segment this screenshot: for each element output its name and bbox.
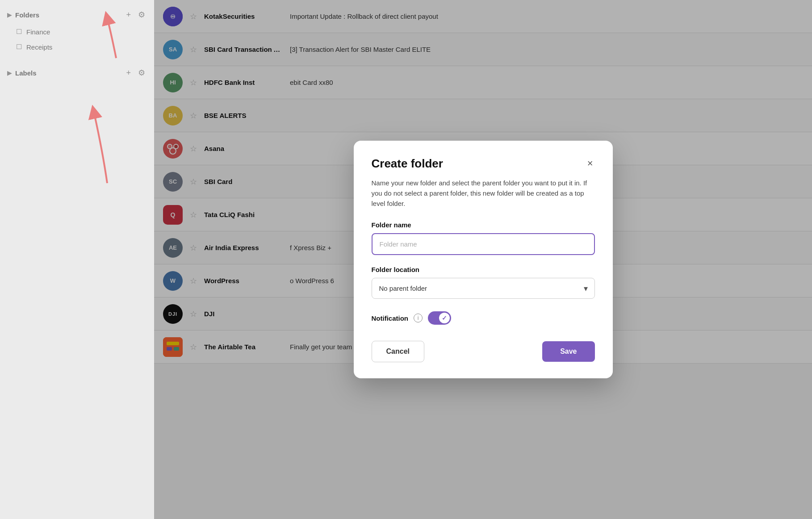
folders-chevron-icon: ▶: [7, 12, 12, 18]
folders-label: Folders: [15, 11, 39, 19]
create-folder-modal: Create folder × Name your new folder and…: [354, 141, 613, 379]
folders-actions: + ⚙: [124, 9, 147, 21]
notification-label: Notification: [372, 314, 409, 322]
labels-settings-button[interactable]: ⚙: [136, 67, 147, 79]
sidebar-item-receipts-label: Receipts: [26, 43, 52, 51]
folders-section-header[interactable]: ▶ Folders + ⚙: [0, 5, 154, 24]
folder-location-select[interactable]: No parent folder: [372, 278, 595, 299]
modal-actions: Cancel Save: [372, 341, 595, 362]
modal-overlay: Create folder × Name your new folder and…: [154, 0, 812, 519]
sidebar-item-receipts[interactable]: ☐ Receipts: [0, 39, 154, 54]
info-icon[interactable]: i: [414, 314, 423, 322]
folders-settings-button[interactable]: ⚙: [136, 9, 147, 21]
main-content: ♾ ☆ KotakSecurities Important Update : R…: [154, 0, 812, 519]
app-container: ▶ Folders + ⚙ ☐ Finance ☐ Receipt: [0, 0, 812, 519]
modal-close-button[interactable]: ×: [586, 157, 595, 170]
folders-section-title: ▶ Folders: [7, 11, 39, 19]
cancel-button[interactable]: Cancel: [372, 341, 424, 362]
labels-chevron-icon: ▶: [7, 70, 12, 76]
folder-icon-receipts: ☐: [16, 43, 22, 51]
toggle-check-icon: ✓: [442, 314, 447, 322]
add-label-button[interactable]: +: [124, 67, 133, 79]
add-folder-button[interactable]: +: [124, 9, 133, 21]
folder-location-wrapper: No parent folder ▾: [372, 278, 595, 299]
folder-name-input[interactable]: [372, 233, 595, 255]
notification-toggle[interactable]: ✓: [428, 311, 451, 325]
labels-actions: + ⚙: [124, 67, 147, 79]
modal-header: Create folder ×: [372, 157, 595, 171]
modal-title: Create folder: [372, 157, 443, 171]
folder-location-label: Folder location: [372, 266, 595, 273]
folder-name-label: Folder name: [372, 221, 595, 229]
sidebar: ▶ Folders + ⚙ ☐ Finance ☐ Receipt: [0, 0, 154, 519]
labels-section-title: ▶ Labels: [7, 69, 37, 77]
toggle-thumb: ✓: [439, 313, 450, 323]
labels-label: Labels: [15, 69, 37, 77]
modal-description: Name your new folder and select the pare…: [372, 178, 595, 209]
labels-section-header[interactable]: ▶ Labels + ⚙: [0, 63, 154, 82]
save-button[interactable]: Save: [542, 341, 594, 362]
folder-icon-finance: ☐: [16, 28, 22, 36]
toggle-track: ✓: [428, 311, 451, 325]
notification-row: Notification i ✓: [372, 311, 595, 325]
red-arrow-labels: [58, 98, 130, 188]
sidebar-item-finance[interactable]: ☐ Finance: [0, 24, 154, 39]
sidebar-item-finance-label: Finance: [26, 28, 50, 36]
